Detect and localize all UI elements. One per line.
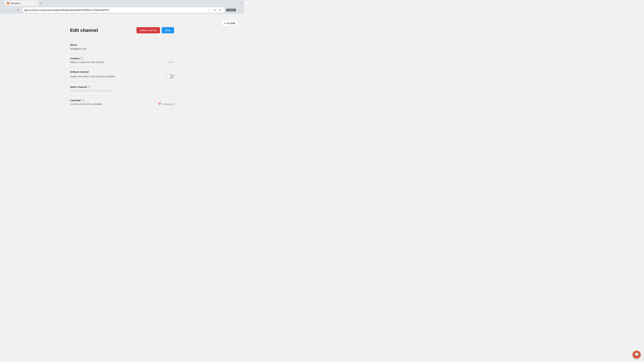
context-select[interactable]: Select [168, 61, 174, 63]
context-description: Select a context for this channel. [70, 61, 104, 63]
calendar-row: Link this channel to a calendar. 📅 unass… [70, 103, 174, 105]
close-icon: × [224, 22, 226, 25]
calendar-icon: 📅 [158, 103, 161, 105]
tab-title: Sunsama [11, 2, 33, 4]
name-label: Name [70, 43, 174, 46]
default-channel-label: Default channel [70, 70, 174, 73]
calendar-value: unassigned [162, 103, 174, 105]
name-value[interactable]: Designers-one [70, 47, 174, 50]
refresh-button[interactable]: ↻ [16, 7, 21, 13]
browser-chrome: ‹ S Sunsama × + — ⬜ ✕ ← → ↻ app.sunsama.… [0, 0, 244, 14]
close-label: CLOSE [227, 22, 235, 25]
header-buttons: Delete channel Save [136, 27, 174, 33]
browser-actions: Incognito ⋮ [226, 7, 242, 13]
calendar-value-row[interactable]: 📅 unassigned [158, 103, 174, 105]
tab-close-button[interactable]: × [34, 2, 37, 4]
download-button[interactable]: ⬇ [212, 8, 217, 12]
calendar-label: Calendar ? [70, 99, 174, 102]
context-field: Context ? Select a context for this chan… [70, 54, 174, 67]
default-channel-description: Assign new tasks to this channel by defa… [70, 75, 116, 78]
calendar-description: Link this channel to a calendar. [70, 103, 102, 105]
calendar-field: Calendar ? Link this channel to a calend… [70, 95, 174, 109]
slack-channel-field: Slack channel ? Show notifications in th… [70, 82, 174, 95]
bookmark-button[interactable]: ☆ [207, 8, 212, 12]
default-channel-field: Default channel Assign new tasks to this… [70, 67, 174, 82]
browser-menu-button[interactable]: ⋮ [237, 7, 242, 13]
incognito-badge: Incognito [226, 9, 236, 11]
back-button[interactable]: ← [2, 7, 8, 13]
context-help-icon[interactable]: ? [80, 57, 83, 60]
slack-channel-label: Slack channel ? [70, 85, 174, 88]
delete-channel-button[interactable]: Delete channel [136, 27, 160, 33]
calendar-help-icon[interactable]: ? [82, 99, 84, 102]
browser-tab[interactable]: S Sunsama × [5, 0, 38, 6]
new-tab-button[interactable]: + [38, 1, 43, 5]
page-content: × CLOSE Edit channel Delete channel Save… [0, 14, 244, 137]
slack-help-icon[interactable]: ? [88, 86, 90, 88]
tab-nav-button[interactable]: ‹ [0, 1, 5, 5]
maximize-button[interactable]: ⬜ [228, 0, 236, 6]
minimize-button[interactable]: — [220, 0, 228, 6]
default-channel-row: Assign new tasks to this channel by defa… [70, 74, 174, 79]
url-text: app.sunsama.com/group/moodjoy/settings/c… [24, 9, 206, 11]
form-header: Edit channel Delete channel Save [70, 27, 174, 33]
url-bar[interactable]: app.sunsama.com/group/moodjoy/settings/c… [22, 7, 224, 13]
name-field: Name Designers-one [70, 40, 174, 54]
context-label: Context ? [70, 57, 174, 60]
address-bar: ← → ↻ app.sunsama.com/group/moodjoy/sett… [0, 6, 244, 14]
forward-button[interactable]: → [9, 7, 14, 13]
url-actions: ☆ ⬇ ⧉ [207, 8, 222, 12]
tab-favicon: S [7, 2, 10, 4]
form-container: Edit channel Delete channel Save Name De… [70, 27, 174, 109]
default-channel-toggle[interactable] [166, 74, 174, 79]
extension-button[interactable]: ⧉ [218, 8, 222, 12]
window-close-button[interactable]: ✕ [236, 0, 244, 6]
context-row: Select a context for this channel. Selec… [70, 61, 174, 63]
slack-channel-placeholder[interactable]: Show notifications in the Slack channel.… [70, 89, 174, 92]
page-title: Edit channel [70, 28, 98, 33]
save-button[interactable]: Save [162, 27, 174, 33]
close-button[interactable]: × CLOSE [222, 20, 238, 26]
window-controls: — ⬜ ✕ [220, 0, 244, 6]
tab-bar: ‹ S Sunsama × + — ⬜ ✕ [0, 0, 244, 6]
